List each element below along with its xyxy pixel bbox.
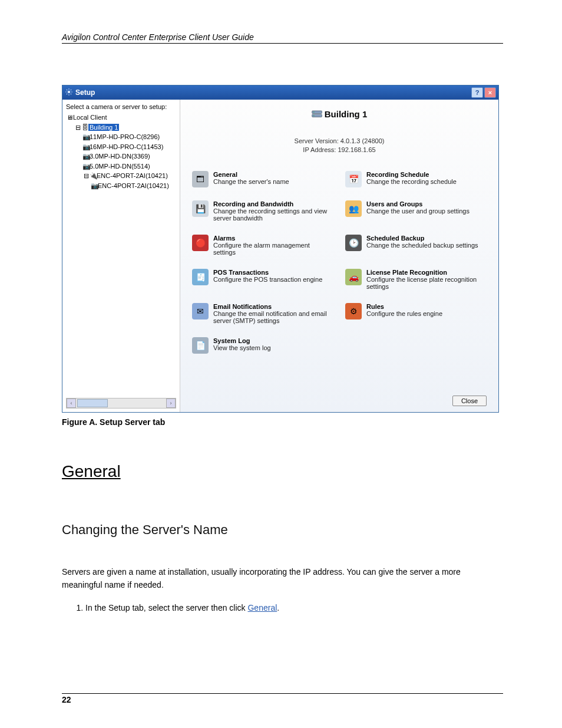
setting-item-license-plate-recognition[interactable]: 🚗License Plate RecognitionConfigure the … [345,269,487,290]
page-number: 22 [62,695,71,704]
encoder-icon: 🔌 [90,171,97,181]
device-tree[interactable]: 🖥Local Client ⊟🗄Building 1 📷11MP-HD-PRO-… [66,113,176,396]
tree-label: Select a camera or server to setup: [66,103,176,110]
svg-point-3 [313,111,315,113]
body-paragraph: Servers are given a name at installation… [62,566,503,591]
setting-desc: Change the recording schedule [366,178,457,185]
tree-h-scrollbar[interactable]: ‹ › [66,398,176,409]
setting-title: System Log [213,337,271,344]
detail-pane: Building 1 Server Version: 4.0.1.3 (2480… [180,100,498,412]
setting-icon: ✉ [192,303,209,319]
setting-icon: 💾 [192,200,209,217]
tree-pane: Select a camera or server to setup: 🖥Loc… [62,100,180,412]
help-button[interactable]: ? [471,87,483,98]
close-button[interactable]: Close [452,396,487,406]
setting-title: Email Notifications [213,303,333,310]
server-icon: 🗄 [81,123,88,133]
camera-icon: 📷 [82,142,90,152]
server-meta: Server Version: 4.0.1.3 (24800) IP Addre… [192,137,487,155]
setting-item-recording-schedule[interactable]: 📅Recording ScheduleChange the recording … [345,171,487,187]
tree-encoder[interactable]: ⊟🔌ENC-4PORT-2AI(10421) 📷ENC-4PORT-2AI(10… [82,171,176,190]
setting-desc: Configure the license plate recognition … [366,276,487,290]
scroll-left-button[interactable]: ‹ [67,398,76,408]
setting-icon: 🔴 [192,235,209,251]
camera-icon: 📷 [82,151,90,162]
setting-item-recording-and-bandwidth[interactable]: 💾Recording and BandwidthChange the recor… [192,200,333,222]
setting-desc: Change the email notification and email … [213,310,333,324]
figure-caption: Figure A. Setup Server tab [62,417,503,427]
setting-title: General [213,171,289,178]
setting-desc: Change the user and group settings [366,207,470,215]
steps-list: In the Setup tab, select the server then… [62,603,503,612]
scroll-track[interactable] [76,399,166,407]
setting-icon: ⚙ [345,303,362,319]
setting-icon: 👥 [345,200,362,217]
settings-grid: 🗔GeneralChange the server's name📅Recordi… [192,171,487,354]
setting-icon: 🧾 [192,269,209,285]
setting-item-users-and-groups[interactable]: 👥Users and GroupsChange the user and gro… [345,200,487,222]
subsection-heading: Changing the Server's Name [62,522,503,538]
close-window-button[interactable]: × [484,87,496,98]
setting-title: License Plate Recognition [366,269,487,276]
collapse-icon[interactable]: ⊟ [82,171,90,181]
setting-desc: Configure the POS transaction engine [213,276,322,283]
setting-desc: Change the scheduled backup settings [366,242,478,249]
setting-icon: 🚗 [345,269,362,285]
window-title: Setup [75,88,95,97]
monitor-icon: 🖥 [66,113,73,123]
setting-icon: 🕑 [345,235,362,251]
tree-building[interactable]: ⊟🗄Building 1 📷11MP-HD-PRO-C(8296) 📷16MP-… [74,123,176,191]
setting-desc: Change the recording settings and view s… [213,207,333,222]
setting-item-general[interactable]: 🗔GeneralChange the server's name [192,171,333,187]
setting-title: Users and Groups [366,200,470,207]
camera-icon: 📷 [91,181,98,191]
setting-title: Scheduled Backup [366,235,478,242]
setting-icon: 🗔 [192,171,209,187]
setup-window: Setup ? × Select a camera or server to s… [62,85,499,413]
setting-title: Recording Schedule [366,171,457,178]
section-general-heading: General [62,462,503,481]
setting-item-pos-transactions[interactable]: 🧾POS TransactionsConfigure the POS trans… [192,269,333,290]
setting-icon: 📄 [192,337,209,354]
camera-icon: 📷 [82,162,90,172]
svg-point-4 [313,115,315,116]
tree-cam[interactable]: 📷16MP-HD-PRO-C(11453) [82,142,176,152]
server-title: Building 1 [192,109,487,120]
setting-title: Recording and Bandwidth [213,200,333,207]
tree-cam[interactable]: 📷5.0MP-HD-DN(5514) [82,162,176,172]
scroll-thumb[interactable] [77,399,108,407]
camera-icon: 📷 [82,132,90,142]
scroll-right-button[interactable]: › [166,398,176,408]
setting-icon: 📅 [345,171,362,187]
svg-point-0 [68,90,71,93]
setting-item-system-log[interactable]: 📄System LogView the system log [192,337,333,354]
page-header: Avigilon Control Center Enterprise Clien… [62,32,503,44]
setting-item-rules[interactable]: ⚙RulesConfigure the rules engine [345,303,487,324]
setting-title: POS Transactions [213,269,322,276]
setting-desc: Configure the alarm management settings [213,242,333,256]
step-1: In the Setup tab, select the server then… [85,603,503,612]
server-icon [312,110,322,120]
setting-item-scheduled-backup[interactable]: 🕑Scheduled BackupChange the scheduled ba… [345,235,487,256]
server-ip: IP Address: 192.168.1.65 [192,146,487,154]
tree-root[interactable]: 🖥Local Client ⊟🗄Building 1 📷11MP-HD-PRO-… [66,113,176,190]
setting-title: Rules [366,303,442,310]
gear-icon [65,88,73,98]
setting-desc: Change the server's name [213,178,289,185]
setting-item-alarms[interactable]: 🔴AlarmsConfigure the alarm management se… [192,235,333,256]
collapse-icon[interactable]: ⊟ [74,123,81,133]
setting-desc: Configure the rules engine [366,310,442,317]
tree-cam[interactable]: 📷11MP-HD-PRO-C(8296) [82,132,176,142]
tree-cam[interactable]: 📷3.0MP-HD-DN(3369) [82,151,176,162]
tree-encoder-child[interactable]: 📷ENC-4PORT-2AI(10421) [91,181,176,191]
setting-title: Alarms [213,235,333,242]
setting-desc: View the system log [213,344,271,351]
titlebar: Setup ? × [62,85,498,100]
page-footer: 22 [62,693,503,704]
server-version: Server Version: 4.0.1.3 (24800) [192,137,487,146]
general-link[interactable]: General [247,603,277,612]
setting-item-email-notifications[interactable]: ✉Email NotificationsChange the email not… [192,303,333,324]
